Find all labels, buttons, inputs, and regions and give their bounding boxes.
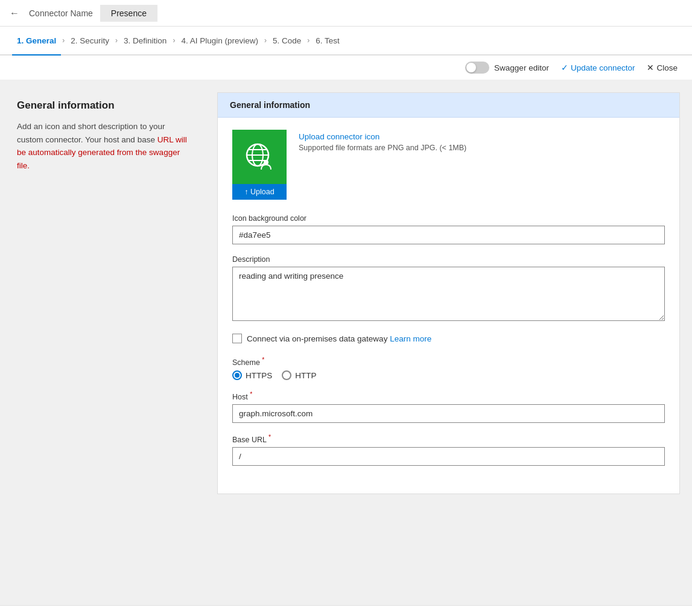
toggle-thumb (466, 63, 476, 72)
sidebar-title: General information (17, 100, 188, 112)
step-nav: 1. General › 2. Security › 3. Definition… (0, 27, 692, 56)
close-icon: ✕ (647, 63, 654, 72)
https-radio[interactable]: HTTPS (232, 370, 272, 380)
checkmark-icon: ✓ (561, 63, 568, 72)
gateway-checkbox[interactable] (232, 334, 242, 343)
footer-bar: Security → (0, 605, 692, 616)
host-input[interactable] (232, 404, 665, 423)
step-general[interactable]: 1. General (12, 27, 61, 56)
host-label: Host * (232, 391, 665, 401)
upload-icon-button[interactable]: ↑ Upload (232, 184, 287, 200)
step-ai-plugin[interactable]: 4. AI Plugin (preview) (176, 26, 263, 55)
http-label: HTTP (295, 371, 316, 380)
step-security[interactable]: 2. Security (66, 26, 114, 55)
swagger-editor-toggle[interactable] (465, 62, 489, 74)
top-bar: ← Connector Name Presence (0, 0, 692, 27)
https-label: HTTPS (246, 371, 272, 380)
content-area: General information (205, 80, 692, 605)
connector-name-label: Connector Name (29, 8, 93, 18)
gateway-label: Connect via on-premises data gateway Lea… (247, 334, 431, 343)
sep-5: › (307, 36, 309, 45)
url-link[interactable]: URL will be automatically generated from… (17, 135, 187, 170)
card-header: General information (218, 93, 679, 118)
svg-point-5 (264, 160, 268, 165)
icon-preview-wrap: ↑ Upload (232, 130, 287, 200)
icon-bg-color-input[interactable] (232, 226, 665, 244)
sidebar: General information Add an icon and shor… (0, 80, 205, 605)
upload-hint: Supported file formats are PNG and JPG. … (299, 144, 466, 152)
base-url-group: Base URL * (232, 434, 665, 466)
scheme-radio-group: HTTPS HTTP (232, 370, 665, 380)
description-label: Description (232, 255, 665, 264)
swagger-editor-label: Swagger editor (494, 63, 549, 72)
sep-4: › (264, 36, 267, 45)
connector-tab-presence[interactable]: Presence (100, 5, 157, 22)
back-icon: ← (10, 8, 19, 19)
scheme-group: Scheme * HTTPS HTTP (232, 357, 665, 380)
upload-info: Upload connector icon Supported file for… (299, 130, 466, 152)
update-connector-button[interactable]: ✓ Update connector (561, 63, 635, 72)
sidebar-description: Add an icon and short description to you… (17, 120, 188, 172)
icon-bg-color-label: Icon background color (232, 214, 665, 223)
host-group: Host * (232, 391, 665, 423)
http-radio-circle (282, 370, 291, 380)
base-url-input[interactable] (232, 447, 665, 466)
main-layout: General information Add an icon and shor… (0, 80, 692, 605)
sep-3: › (173, 36, 175, 45)
step-definition[interactable]: 3. Definition (119, 26, 171, 55)
upload-connector-icon-link[interactable]: Upload connector icon (299, 132, 466, 141)
https-radio-circle (232, 370, 242, 380)
learn-more-link[interactable]: Learn more (390, 334, 431, 343)
close-button[interactable]: ✕ Close (647, 63, 678, 72)
base-url-label: Base URL * (232, 434, 665, 444)
scheme-label: Scheme * (232, 357, 665, 367)
general-info-card: General information (217, 92, 680, 494)
icon-upload-row: ↑ Upload Upload connector icon Supported… (232, 130, 665, 200)
description-textarea[interactable]: reading and writing presence (232, 267, 665, 321)
gateway-checkbox-row: Connect via on-premises data gateway Lea… (232, 334, 665, 343)
icon-bg-color-group: Icon background color (232, 214, 665, 244)
step-test[interactable]: 6. Test (311, 26, 344, 55)
swagger-editor-toggle-group: Swagger editor (465, 62, 549, 74)
description-group: Description reading and writing presence (232, 255, 665, 323)
step-code[interactable]: 5. Code (268, 26, 306, 55)
icon-preview (232, 130, 287, 184)
sep-2: › (115, 36, 118, 45)
connector-icon-svg (242, 139, 277, 174)
card-body: ↑ Upload Upload connector icon Supported… (218, 118, 679, 494)
toolbar: Swagger editor ✓ Update connector ✕ Clos… (0, 56, 692, 80)
sep-1: › (62, 36, 65, 45)
back-button[interactable]: ← (7, 5, 22, 21)
http-radio[interactable]: HTTP (282, 370, 316, 380)
